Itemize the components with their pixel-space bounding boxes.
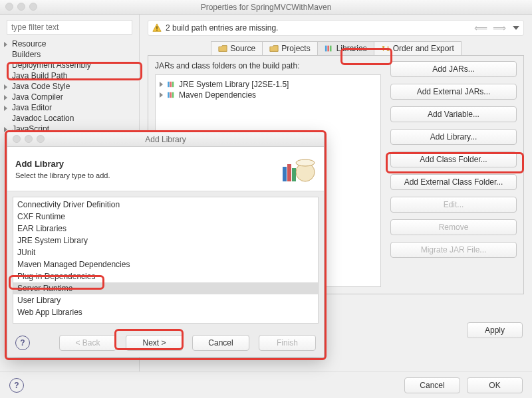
svg-point-13 <box>296 159 315 166</box>
add-external-jars-button[interactable]: Add External JARs... <box>390 84 517 100</box>
sidebar-item-label: Java Code Style <box>12 82 70 91</box>
tab-source[interactable]: Source <box>211 41 263 55</box>
warning-icon <box>152 23 162 33</box>
sidebar-item-java-build-path[interactable]: Java Build Path <box>8 70 134 81</box>
svg-rect-5 <box>330 46 332 52</box>
svg-rect-9 <box>168 92 170 98</box>
sidebar-item-java-code-style[interactable]: Java Code Style <box>8 81 134 92</box>
build-path-buttons: Add JARs... Add External JARs... Add Var… <box>390 61 517 287</box>
add-variable-button[interactable]: Add Variable... <box>390 106 517 122</box>
library-icon <box>167 92 176 98</box>
library-type-list[interactable]: Connectivity Driver Definition CXF Runti… <box>13 197 319 324</box>
sidebar-item-label: Deployment Assembly <box>12 60 91 70</box>
close-dot[interactable] <box>13 135 21 143</box>
wizard-cancel-button[interactable]: Cancel <box>192 335 249 351</box>
sidebar-item-label: Builders <box>12 50 41 59</box>
svg-rect-8 <box>172 82 174 87</box>
zoom-dot[interactable] <box>37 135 45 143</box>
sidebar-item-javadoc-location[interactable]: Javadoc Location <box>8 113 134 124</box>
sidebar-item-java-compiler[interactable]: Java Compiler <box>8 92 134 102</box>
sidebar-item-label: Java Editor <box>12 103 52 112</box>
tab-libraries[interactable]: Libraries <box>317 41 374 55</box>
back-arrow-icon[interactable]: ⟸ <box>473 23 489 33</box>
svg-rect-14 <box>283 167 287 181</box>
sidebar-item-label: Resource <box>12 39 46 49</box>
filter-input[interactable] <box>7 20 132 35</box>
jar-entry[interactable]: JRE System Library [J2SE-1.5] <box>160 79 376 90</box>
edit-button: Edit... <box>390 197 517 213</box>
list-item[interactable]: User Library <box>13 294 318 306</box>
window-title: Properties for SpringMVCWithMaven <box>201 3 332 12</box>
warning-text: 2 build path entries are missing. <box>166 23 278 33</box>
ok-button[interactable]: OK <box>467 377 523 393</box>
sidebar-item-label: Java Compiler <box>12 92 63 102</box>
sidebar-item-resource[interactable]: Resource <box>8 39 134 49</box>
list-item[interactable]: JUnit <box>13 247 318 258</box>
nav-arrows: ⟸ ⟹ <box>473 23 519 33</box>
close-dot[interactable] <box>5 3 13 11</box>
list-item[interactable]: EAR Libraries <box>13 223 318 235</box>
modal-subheading: Select the library type to add. <box>15 171 110 179</box>
modal-traffic-lights <box>13 135 45 143</box>
tab-bar: Source Projects Libraries Order and Expo… <box>148 41 524 55</box>
modal-titlebar: Add Library <box>7 132 324 147</box>
add-external-class-folder-button[interactable]: Add External Class Folder... <box>390 174 517 190</box>
forward-arrow-icon[interactable]: ⟹ <box>491 23 507 33</box>
svg-rect-10 <box>170 92 172 98</box>
svg-rect-7 <box>170 82 172 87</box>
list-item-server-runtime[interactable]: Server Runtime <box>13 282 318 294</box>
svg-rect-4 <box>327 46 329 52</box>
svg-rect-3 <box>325 46 327 52</box>
list-item[interactable]: Web App Libraries <box>13 306 318 318</box>
warning-row: 2 build path entries are missing. ⟸ ⟹ <box>148 20 524 36</box>
tab-order-export[interactable]: Order and Export <box>374 41 462 55</box>
window-traffic-lights <box>5 3 37 11</box>
list-item[interactable]: Connectivity Driver Definition <box>13 199 318 211</box>
sidebar-item-deployment-assembly[interactable]: Deployment Assembly <box>8 60 134 70</box>
tab-projects[interactable]: Projects <box>262 41 317 55</box>
remove-button: Remove <box>390 219 517 235</box>
dialog-footer: ? Cancel OK <box>0 371 532 398</box>
disclosure-triangle-icon[interactable] <box>160 92 163 98</box>
disclosure-triangle-icon[interactable] <box>160 82 163 87</box>
library-icon <box>325 44 334 53</box>
minimize-dot[interactable] <box>25 135 33 143</box>
folder-icon <box>218 44 227 53</box>
dropdown-triangle-icon[interactable] <box>513 26 519 30</box>
help-icon[interactable]: ? <box>9 378 24 393</box>
svg-rect-15 <box>287 164 291 181</box>
list-item[interactable]: JRE System Library <box>13 235 318 247</box>
migrate-jar-button: Migrate JAR File... <box>390 242 517 258</box>
jars-heading: JARs and class folders on the build path… <box>155 61 381 70</box>
cancel-button[interactable]: Cancel <box>404 377 460 393</box>
add-library-button[interactable]: Add Library... <box>390 129 517 145</box>
jar-entry-label: JRE System Library [J2SE-1.5] <box>179 80 289 89</box>
list-item[interactable]: CXF Runtime <box>13 211 318 223</box>
svg-rect-11 <box>172 92 174 98</box>
minimize-dot[interactable] <box>17 3 25 11</box>
library-wizard-icon <box>279 153 316 184</box>
jar-entry[interactable]: Maven Dependencies <box>160 90 376 100</box>
svg-rect-2 <box>156 30 157 31</box>
modal-footer: ? < Back Next > Cancel Finish <box>7 329 324 357</box>
wizard-next-button[interactable]: Next > <box>126 335 183 351</box>
modal-heading: Add Library <box>15 159 110 169</box>
list-item[interactable]: Plug-in Dependencies <box>13 270 318 282</box>
help-icon[interactable]: ? <box>15 336 30 350</box>
tab-label: Source <box>230 44 255 53</box>
sidebar-item-java-editor[interactable]: Java Editor <box>8 102 134 113</box>
zoom-dot[interactable] <box>29 3 37 11</box>
add-class-folder-button[interactable]: Add Class Folder... <box>390 151 517 167</box>
tab-label: Projects <box>281 44 310 53</box>
sidebar-item-label: Javadoc Location <box>12 114 74 123</box>
order-icon <box>381 44 390 53</box>
window-titlebar: Properties for SpringMVCWithMaven <box>0 0 532 15</box>
svg-rect-6 <box>168 82 170 87</box>
sidebar-item-builders[interactable]: Builders <box>8 49 134 60</box>
list-item[interactable]: Maven Managed Dependencies <box>13 258 318 270</box>
wizard-back-button: < Back <box>59 335 116 351</box>
apply-button[interactable]: Apply <box>467 322 523 338</box>
folder-icon <box>269 44 279 53</box>
tab-label: Libraries <box>336 44 367 53</box>
add-jars-button[interactable]: Add JARs... <box>390 61 517 77</box>
